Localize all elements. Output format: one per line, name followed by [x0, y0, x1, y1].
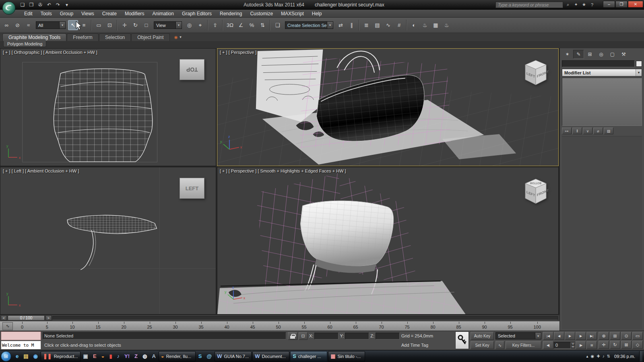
pan-icon[interactable]: ✛	[599, 341, 609, 349]
menu-rendering[interactable]: Rendering	[216, 10, 246, 18]
tab-motion[interactable]: ◎	[596, 50, 607, 59]
viewport-label[interactable]: [ + ] [ Orthographic ] [ Ambient Occlusi…	[3, 50, 97, 55]
select-and-rotate-icon[interactable]: ↻	[130, 20, 140, 30]
tab-display[interactable]: ▢	[607, 50, 618, 59]
a-icon[interactable]: A	[150, 351, 157, 362]
percent-snap-icon[interactable]: %	[247, 20, 257, 30]
maximize-viewport-toggle-icon[interactable]: ⊠	[621, 341, 632, 349]
track-bar[interactable]: ∿ 05101520253035404550556065707580859095…	[0, 321, 559, 331]
tray-health-icon[interactable]: ✚	[597, 354, 600, 358]
listener-macro-row[interactable]	[1, 331, 41, 340]
rendered-frame-icon[interactable]: ▦	[431, 20, 441, 30]
use-pivot-center-icon[interactable]: ◎	[184, 20, 194, 30]
e-red-icon[interactable]: E	[91, 351, 99, 362]
key-filters-button[interactable]: Key Filters...	[506, 341, 541, 349]
keyboard-override-icon[interactable]: ⇧	[210, 20, 220, 30]
pin-stack-icon[interactable]: ⊶	[562, 128, 572, 134]
curve-editor-icon[interactable]: ∿	[383, 20, 393, 30]
menu-views[interactable]: Views	[77, 10, 98, 18]
go-to-start-icon[interactable]: |◀	[543, 332, 553, 340]
tab-object-paint[interactable]: Object Paint	[131, 33, 169, 41]
selection-filter-dropdown[interactable]: All▾	[36, 21, 66, 29]
time-slider[interactable]: < 0 / 100 >	[0, 315, 559, 321]
cmd-icon[interactable]: ▣	[81, 351, 90, 362]
select-and-scale-icon[interactable]: □	[141, 20, 151, 30]
tab-hierarchy[interactable]: ⊞	[584, 50, 595, 59]
maxscript-mini-listener[interactable]: Welcome to M	[1, 331, 41, 350]
select-and-link-icon[interactable]: ∞	[2, 20, 12, 30]
object-name-field[interactable]	[562, 60, 635, 67]
zoom-icon[interactable]: ⊕	[599, 332, 609, 340]
tab-polygon-modeling[interactable]: Polygon Modeling	[3, 41, 46, 47]
quicktime-icon[interactable]: ◍	[140, 351, 149, 362]
render-production-icon[interactable]: ♨	[442, 20, 452, 30]
communication-center-icon[interactable]: ✦	[572, 2, 580, 8]
menu-edit[interactable]: Edit	[20, 10, 37, 18]
ie-icon[interactable]: e	[14, 351, 21, 362]
show-end-result-icon[interactable]: ‖	[572, 128, 582, 134]
select-and-move-icon[interactable]: ✛	[120, 20, 130, 30]
menu-tools[interactable]: Tools	[37, 10, 56, 18]
edit-named-selection-sets-icon[interactable]: ❑	[272, 20, 283, 30]
zoom-all-icon[interactable]: ⊞	[610, 332, 620, 340]
viewport-top-right-active[interactable]: z x y [ + ] [ Perspective ] LEFT FRONT	[217, 48, 559, 166]
time-back-button[interactable]: <	[1, 315, 7, 321]
material-editor-icon[interactable]: ◐	[409, 20, 419, 30]
bind-to-space-warp-icon[interactable]: ≈	[23, 20, 33, 30]
save-file-icon[interactable]: ✇	[36, 1, 44, 8]
configure-modifier-sets-icon[interactable]: ▤	[604, 128, 613, 134]
zune-icon[interactable]: Z	[132, 351, 140, 362]
play-animation-icon[interactable]: ▶	[565, 332, 575, 340]
set-keys-button[interactable]	[455, 331, 469, 349]
viewport-bottom-right[interactable]: z x y [ + ] [ Perspective ] [ Smooth + H…	[217, 167, 559, 315]
x-coordinate-input[interactable]	[314, 333, 339, 339]
go-to-end-icon[interactable]: ▶|	[586, 332, 597, 340]
winamp-icon[interactable]: ▮	[107, 351, 114, 362]
menu-group[interactable]: Group	[56, 10, 77, 18]
previous-frame-icon[interactable]: ◀	[554, 332, 564, 340]
start-button[interactable]: ⊞	[1, 351, 11, 362]
absolute-mode-toggle-icon[interactable]: ⊡	[299, 332, 308, 340]
tab-graphite-modeling-tools[interactable]: Graphite Modeling Tools	[2, 33, 66, 41]
help-icon[interactable]: ?	[588, 2, 596, 8]
time-slider-handle[interactable]: 0 / 100	[8, 315, 45, 321]
folder-icon[interactable]: ▤	[21, 351, 30, 362]
menu-modifiers[interactable]: Modifiers	[121, 10, 149, 18]
tab-create[interactable]: ✶	[562, 50, 573, 59]
close-button[interactable]: ✕	[628, 1, 643, 8]
current-frame-input[interactable]	[554, 342, 571, 349]
media-player-icon[interactable]: ◉	[31, 351, 40, 362]
menu-maxscript[interactable]: MAXScript	[277, 10, 308, 18]
menu-customize[interactable]: Customize	[246, 10, 277, 18]
firefox-icon[interactable]: ◒	[99, 351, 107, 362]
rectangular-selection-icon[interactable]: ▭	[94, 20, 104, 30]
menu-create[interactable]: Create	[98, 10, 121, 18]
infocenter-search-input[interactable]	[495, 2, 563, 8]
viewcube[interactable]: LEFT FRONT	[521, 57, 550, 88]
restore-button[interactable]: ❐	[615, 1, 627, 8]
yahoo-icon[interactable]: Y!	[122, 351, 132, 362]
taskbar-clock[interactable]: 09:36 p.m.	[614, 354, 635, 359]
viewport-label[interactable]: [ + ] [ Perspective ]	[220, 50, 256, 55]
viewport-bottom-left[interactable]: x y [ + ] [ Left ] [ Ambient Occlusion +…	[0, 167, 216, 315]
new-scene-icon[interactable]: ❏	[19, 1, 27, 8]
window-crossing-icon[interactable]: ⊡	[105, 20, 115, 30]
time-slider-track[interactable]	[52, 316, 558, 320]
z-coordinate-input[interactable]	[376, 333, 400, 339]
ribbon-media-icon[interactable]: ◉	[174, 35, 178, 39]
field-of-view-icon[interactable]: ◇	[632, 341, 643, 349]
unlink-selection-icon[interactable]: ⊘	[12, 20, 23, 30]
messenger-icon[interactable]: @	[204, 351, 214, 362]
time-forward-button[interactable]: >	[45, 315, 52, 321]
selection-lock-toggle[interactable]	[288, 332, 297, 340]
angle-snap-icon[interactable]: ∠	[236, 20, 246, 30]
task-sintitulo[interactable]: ▦Sin titulo -...	[328, 351, 365, 362]
schematic-view-icon[interactable]: #	[394, 20, 404, 30]
zoom-extents-icon[interactable]: ⊙	[621, 332, 632, 340]
viewport-top-left[interactable]: x y [ + ] [ Orthographic ] [ Ambient Occ…	[0, 48, 216, 166]
graphite-ribbon-icon[interactable]: ▤	[372, 20, 382, 30]
skype-icon[interactable]: S	[196, 351, 204, 362]
minimize-button[interactable]: –	[603, 1, 615, 8]
show-hidden-icons-icon[interactable]: ▴	[586, 354, 588, 358]
frame-spinner[interactable]: ▴▾	[571, 342, 575, 348]
